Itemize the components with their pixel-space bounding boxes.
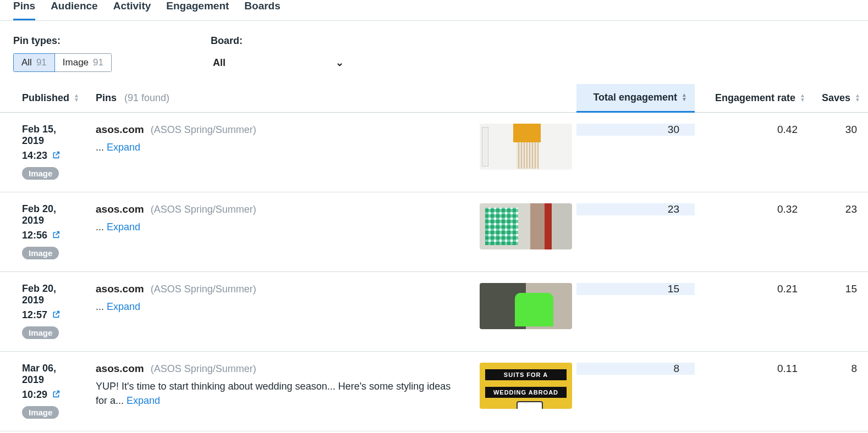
segment-image-label: Image: [63, 57, 89, 68]
filters-row: Pin types: All 91 Image 91 Board: All ⌄: [0, 21, 868, 84]
col-saves-label: Saves: [822, 92, 850, 104]
cell-pin: asos.com (ASOS Spring/Summer) ... Expand: [88, 203, 472, 234]
cell-saves: 30: [813, 124, 868, 136]
pin-description: ... Expand: [96, 140, 459, 154]
published-date: Feb 15, 2019: [22, 124, 80, 147]
expand-link[interactable]: Expand: [127, 395, 160, 406]
published-time: 14:23: [22, 150, 47, 162]
segment-all-label: All: [21, 57, 32, 68]
cell-engagement-rate: 0.32: [695, 203, 813, 215]
segment-all[interactable]: All 91: [13, 53, 55, 72]
cell-pin: asos.com (ASOS Spring/Summer) ... Expand: [88, 283, 472, 314]
pin-thumbnail[interactable]: [480, 203, 572, 249]
expand-link[interactable]: Expand: [107, 142, 140, 153]
table-row: Feb 20, 2019 12:56 Image asos.com (ASOS …: [0, 192, 868, 272]
ellipsis: ...: [96, 221, 104, 232]
cell-published: Mar 06, 2019 10:29 Image: [0, 363, 88, 419]
thumb-text-line1: SUITS FOR A: [485, 369, 567, 380]
cell-engagement-rate: 0.11: [695, 363, 813, 375]
cell-thumbnail: [472, 203, 576, 249]
pin-type-pill: Image: [22, 406, 59, 419]
pin-source[interactable]: asos.com: [96, 283, 144, 295]
col-total-engagement[interactable]: Total engagement ▲▼: [576, 84, 695, 113]
col-total-engagement-label: Total engagement: [593, 92, 677, 103]
cell-thumbnail: [472, 124, 576, 170]
ellipsis: ...: [96, 301, 104, 312]
cell-engagement-rate: 0.21: [695, 283, 813, 295]
cell-total-engagement: 30: [576, 124, 695, 136]
published-time: 12:57: [22, 309, 47, 321]
cell-published: Feb 15, 2019 14:23 Image: [0, 124, 88, 180]
segment-image-count: 91: [93, 57, 103, 68]
tab-pins[interactable]: Pins: [13, 0, 35, 20]
col-published-label: Published: [22, 92, 69, 104]
published-time-row: 10:29: [22, 389, 80, 401]
board-label: Board:: [211, 35, 346, 47]
expand-link[interactable]: Expand: [107, 301, 140, 312]
published-time-row: 12:57: [22, 309, 80, 321]
tab-boards[interactable]: Boards: [244, 0, 280, 20]
table-row: Feb 20, 2019 12:57 Image asos.com (ASOS …: [0, 272, 868, 352]
external-link-icon[interactable]: [52, 390, 61, 401]
cell-thumbnail: SUITS FOR A WEDDING ABROAD: [472, 363, 576, 409]
col-pins-count: (91 found): [124, 92, 169, 104]
cell-total-engagement: 23: [576, 203, 695, 215]
col-engagement-rate[interactable]: Engagement rate ▲▼: [695, 84, 813, 112]
pin-board: (ASOS Spring/Summer): [151, 363, 256, 375]
pin-description: ... Expand: [96, 220, 459, 234]
segment-image[interactable]: Image 91: [55, 53, 112, 72]
col-thumbnail: [472, 84, 576, 112]
board-select[interactable]: All ⌄: [211, 53, 346, 72]
pin-type-pill: Image: [22, 167, 59, 180]
pin-source[interactable]: asos.com: [96, 203, 144, 215]
cell-saves: 8: [813, 363, 868, 375]
pin-source[interactable]: asos.com: [96, 363, 144, 375]
table-body: Feb 15, 2019 14:23 Image asos.com (ASOS …: [0, 113, 868, 431]
board-selected-value: All: [213, 57, 226, 69]
published-time-row: 14:23: [22, 150, 80, 162]
pin-thumbnail[interactable]: [480, 283, 572, 329]
pin-board: (ASOS Spring/Summer): [151, 124, 256, 136]
cell-engagement-rate: 0.42: [695, 124, 813, 136]
published-time-row: 12:56: [22, 230, 80, 241]
pin-types-filter: Pin types: All 91 Image 91: [13, 35, 112, 72]
expand-link[interactable]: Expand: [107, 221, 140, 232]
main-tabs: Pins Audience Activity Engagement Boards: [0, 0, 868, 21]
pin-type-pill: Image: [22, 247, 59, 259]
pin-description: YUP! It's time to start thinking about w…: [96, 379, 459, 408]
pin-board: (ASOS Spring/Summer): [151, 284, 256, 295]
published-date: Mar 06, 2019: [22, 363, 80, 386]
sort-icon: ▲▼: [855, 94, 860, 103]
tab-activity[interactable]: Activity: [113, 0, 151, 20]
col-saves[interactable]: Saves ▲▼: [813, 84, 868, 112]
published-time: 12:56: [22, 230, 47, 241]
table-header: Published ▲▼ Pins (91 found) Total engag…: [0, 84, 868, 113]
ellipsis: ...: [96, 142, 104, 153]
external-link-icon[interactable]: [52, 310, 61, 321]
external-link-icon[interactable]: [52, 151, 61, 162]
cell-saves: 23: [813, 203, 868, 215]
pin-board: (ASOS Spring/Summer): [151, 204, 256, 215]
col-pins: Pins (91 found): [88, 84, 472, 112]
pin-thumbnail[interactable]: SUITS FOR A WEDDING ABROAD: [480, 363, 572, 409]
pin-source[interactable]: asos.com: [96, 124, 144, 136]
cell-pin: asos.com (ASOS Spring/Summer) YUP! It's …: [88, 363, 472, 408]
pin-description: ... Expand: [96, 299, 459, 314]
cell-published: Feb 20, 2019 12:57 Image: [0, 283, 88, 339]
board-filter: Board: All ⌄: [211, 35, 346, 72]
cell-published: Feb 20, 2019 12:56 Image: [0, 203, 88, 259]
col-engagement-rate-label: Engagement rate: [715, 92, 795, 104]
tab-engagement[interactable]: Engagement: [166, 0, 229, 20]
pin-types-label: Pin types:: [13, 35, 112, 47]
pins-table: Published ▲▼ Pins (91 found) Total engag…: [0, 84, 868, 431]
cell-saves: 15: [813, 283, 868, 295]
col-published[interactable]: Published ▲▼: [0, 84, 88, 112]
table-row: Mar 06, 2019 10:29 Image asos.com (ASOS …: [0, 352, 868, 431]
published-date: Feb 20, 2019: [22, 283, 80, 306]
cell-thumbnail: [472, 283, 576, 329]
external-link-icon[interactable]: [52, 230, 61, 241]
pin-thumbnail[interactable]: [480, 124, 572, 170]
cell-pin: asos.com (ASOS Spring/Summer) ... Expand: [88, 124, 472, 154]
cell-total-engagement: 15: [576, 283, 695, 295]
tab-audience[interactable]: Audience: [51, 0, 98, 20]
